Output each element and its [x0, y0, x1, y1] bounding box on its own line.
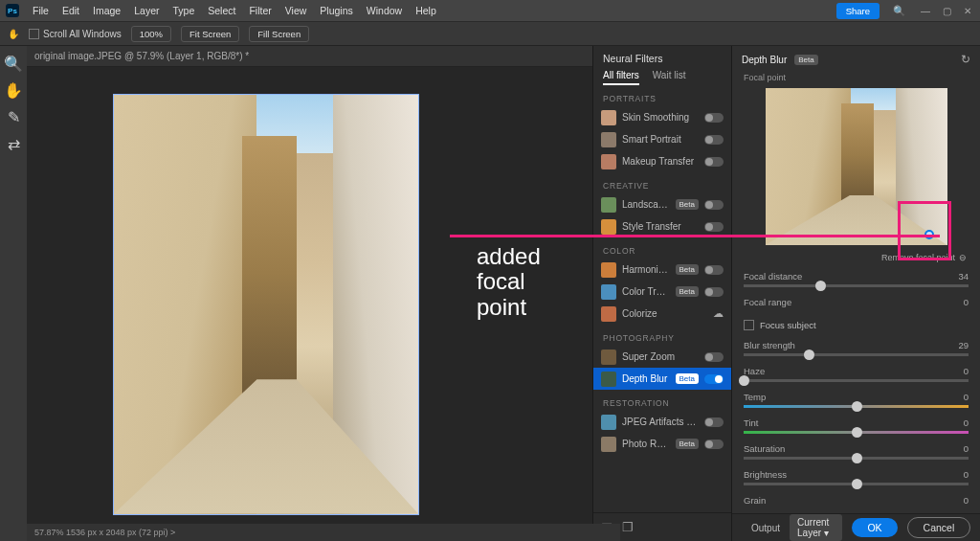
download-icon[interactable]: ☁: [713, 307, 724, 320]
toggle[interactable]: [704, 265, 724, 275]
category-portraits: PORTRAITS: [593, 85, 731, 106]
filter-super-zoom[interactable]: Super Zoom: [593, 346, 731, 368]
document-tab[interactable]: original image.JPEG @ 57.9% (Layer 1, RG…: [27, 46, 592, 67]
canvas[interactable]: addedfocalpoint 57.87% 1536 px x 2048 px…: [27, 67, 592, 541]
toggle[interactable]: [704, 417, 724, 427]
toggle[interactable]: [704, 157, 724, 167]
slider-brightness[interactable]: Brightness0: [732, 464, 980, 490]
options-bar: ✋ Scroll All Windows 100% Fit Screen Fil…: [0, 21, 980, 46]
category-creative: CREATIVE: [593, 172, 731, 193]
status-bar: 57.87% 1536 px x 2048 px (72 ppi) >: [27, 524, 620, 541]
canvas-image: [113, 94, 419, 515]
filter-depth-blur[interactable]: Depth BlurBeta: [593, 368, 731, 390]
toggle[interactable]: [704, 287, 724, 297]
preview-image[interactable]: [766, 88, 947, 245]
tab-wait-list[interactable]: Wait list: [653, 70, 686, 85]
focal-point-label: Focal point: [732, 73, 980, 82]
menu-type[interactable]: Type: [172, 5, 194, 16]
window-minimize-icon[interactable]: —: [919, 5, 932, 16]
app-logo: Ps: [6, 4, 19, 17]
toggle[interactable]: [704, 135, 724, 145]
output-label: Output: [751, 523, 780, 533]
slider-tint[interactable]: Tint0: [732, 413, 980, 439]
filter-skin-smoothing[interactable]: Skin Smoothing: [593, 106, 731, 128]
app-menubar: Ps File Edit Image Layer Type Select Fil…: [0, 0, 980, 21]
menu-view[interactable]: View: [285, 5, 307, 16]
slider-saturation[interactable]: Saturation0: [732, 439, 980, 464]
menu-file[interactable]: File: [33, 5, 49, 16]
filter-makeup-transfer[interactable]: Makeup Transfer: [593, 150, 731, 172]
focus-subject-checkbox[interactable]: Focus subject: [732, 315, 980, 335]
fill-screen-button[interactable]: Fill Screen: [249, 26, 309, 42]
filter-title: Depth Blur: [742, 55, 787, 65]
annotation-focal-box: [898, 201, 951, 260]
remove-icon: ⊖: [959, 253, 967, 262]
layers-output-icon[interactable]: ❐: [622, 520, 634, 534]
slider-focal-distance[interactable]: Focal distance34: [732, 266, 980, 292]
document-area: original image.JPEG @ 57.9% (Layer 1, RG…: [27, 46, 592, 541]
output-select[interactable]: Current Layer ▾: [790, 514, 842, 541]
tab-all-filters[interactable]: All filters: [603, 70, 639, 85]
toggle[interactable]: [704, 113, 724, 123]
window-maximize-icon[interactable]: ▢: [940, 5, 953, 16]
filter-colorize[interactable]: Colorize☁: [593, 303, 731, 325]
menu-select[interactable]: Select: [208, 5, 235, 16]
tools-panel: 🔍 ✋ ✎ ⇄: [0, 46, 27, 541]
eyedropper-tool-icon[interactable]: ✎: [4, 107, 23, 126]
reset-icon[interactable]: ↻: [961, 53, 970, 66]
slider-grain[interactable]: Grain0: [732, 490, 980, 513]
hand-tool-icon[interactable]: ✋: [8, 29, 19, 39]
menu-window[interactable]: Window: [367, 5, 402, 16]
filter-photo-restoration[interactable]: Photo RestorationBeta: [593, 433, 731, 455]
window-close-icon[interactable]: ✕: [961, 5, 974, 16]
category-restoration: RESTORATION: [593, 390, 731, 411]
slider-haze[interactable]: Haze0: [732, 361, 980, 387]
search-icon[interactable]: 🔍: [893, 5, 905, 17]
swap-colors-icon[interactable]: ⇄: [4, 134, 23, 153]
fit-screen-button[interactable]: Fit Screen: [181, 26, 239, 42]
cancel-button[interactable]: Cancel: [907, 517, 971, 538]
toggle[interactable]: [704, 440, 724, 449]
beta-badge: Beta: [794, 55, 817, 65]
category-photography: PHOTOGRAPHY: [593, 325, 731, 346]
category-color: COLOR: [593, 237, 731, 259]
toggle[interactable]: [704, 222, 724, 232]
filter-smart-portrait[interactable]: Smart Portrait: [593, 128, 731, 150]
panel-title: Neural Filters: [593, 46, 731, 66]
toggle[interactable]: [704, 200, 724, 210]
toggle[interactable]: [704, 374, 724, 384]
menu-layer[interactable]: Layer: [134, 5, 159, 16]
slider-focal-range[interactable]: Focal range0: [732, 292, 980, 315]
slider-temp[interactable]: Temp0: [732, 387, 980, 413]
zoom-tool-icon[interactable]: 🔍: [4, 54, 23, 73]
filter-landscape-mixer[interactable]: Landscape MixerBeta: [593, 193, 731, 215]
chevron-down-icon: ▾: [824, 528, 829, 538]
hand-tool-icon[interactable]: ✋: [4, 80, 23, 100]
filter-harmonization[interactable]: HarmonizationBeta: [593, 259, 731, 281]
ok-button[interactable]: OK: [852, 518, 897, 537]
annotation-arrow-line: [450, 235, 940, 237]
filter-color-transfer[interactable]: Color TransferBeta: [593, 281, 731, 303]
menu-plugins[interactable]: Plugins: [320, 5, 352, 16]
zoom-100-button[interactable]: 100%: [131, 26, 171, 42]
scroll-all-checkbox[interactable]: Scroll All Windows: [29, 29, 122, 39]
menu-filter[interactable]: Filter: [249, 5, 271, 16]
share-button[interactable]: Share: [836, 3, 880, 19]
neural-filters-panel: Neural Filters All filters Wait list POR…: [592, 46, 980, 541]
menu-help[interactable]: Help: [415, 5, 436, 16]
toggle[interactable]: [704, 352, 724, 362]
menu-image[interactable]: Image: [93, 5, 121, 16]
annotation-label: addedfocalpoint: [477, 244, 541, 320]
slider-blur-strength[interactable]: Blur strength29: [732, 335, 980, 361]
filter-jpeg-artifacts[interactable]: JPEG Artifacts Removal: [593, 411, 731, 433]
menu-edit[interactable]: Edit: [62, 5, 79, 16]
